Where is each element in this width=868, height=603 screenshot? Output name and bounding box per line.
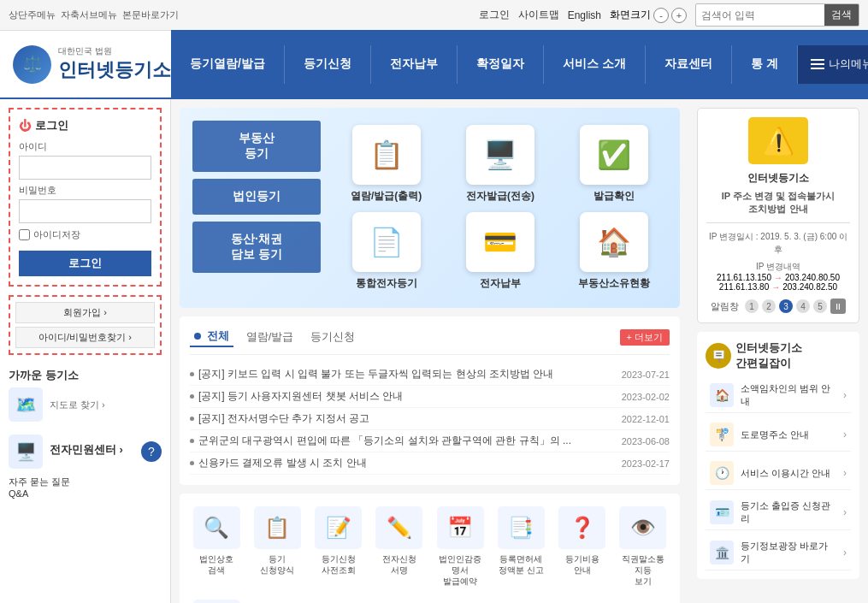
hero-icon-browse-box: 📋	[352, 125, 421, 185]
news-tab-browse[interactable]: 열람/발급	[242, 328, 298, 346]
font-increase-button[interactable]: +	[671, 8, 687, 23]
guide-title-text: 인터넷등기소 간편길잡이	[735, 340, 802, 371]
news-item-0: [공지] 키보드 입력 시 입력 불가 또는 두글자씩 입력되는 현상의 조치방…	[190, 364, 670, 386]
hero-icon-unified[interactable]: 📄 통합전자등기	[334, 212, 439, 291]
news-text-3[interactable]: 군위군의 대구광역시 편입에 따른 「등기소의 설치와 관할구역에 관한 규칙」…	[198, 434, 617, 448]
carousel-pause-button[interactable]: ⏸	[830, 299, 846, 314]
bottom-icon-seal-reserve[interactable]: 📅 법인인감증명서 발급예약	[432, 502, 488, 591]
hero-banner: 부동산 등기 법인등기 동산·채권 담보 등기 📋 열람/발급(출력) 🖥️ 전…	[180, 108, 680, 308]
near-title-text: 가까운 등기소	[9, 368, 79, 383]
news-text-0[interactable]: [공지] 키보드 입력 시 입력 불가 또는 두글자씩 입력되는 현상의 조치방…	[198, 367, 617, 381]
guide-icon-4: 🏛️	[710, 541, 734, 565]
password-input[interactable]	[19, 199, 151, 223]
my-menu-button[interactable]: 나의메뉴	[798, 45, 868, 84]
id-input[interactable]	[19, 156, 151, 180]
bottom-icon-corp-search[interactable]: 🔍 법인상호 검색	[188, 502, 245, 591]
login-link[interactable]: 로그인	[479, 8, 510, 22]
hero-icon-browse[interactable]: 📋 열람/발급(출력)	[334, 125, 439, 204]
main-nav: 등기열람/발급 등기신청 전자납부 확정일자 서비스 소개 자료센터 통 계 나…	[171, 30, 868, 98]
register-button[interactable]: 회원가입 ›	[15, 302, 155, 323]
hero-label-realestate[interactable]: 부동산 등기	[192, 121, 321, 172]
ip-from-1: 211.61.13.80	[719, 282, 769, 292]
nav-item-service[interactable]: 서비스 소개	[544, 45, 646, 84]
bottom-icon-notice[interactable]: 👁️ 직권말소통지등 보기	[615, 502, 671, 591]
hero-icon-payment[interactable]: 💳 전자납부	[447, 212, 552, 291]
search-box: 검색	[695, 3, 859, 27]
nav-item-data[interactable]: 자료센터	[646, 45, 732, 84]
near-office-section: 가까운 등기소 🗺️ 지도로 찾기 ›	[9, 368, 162, 422]
near-sub-text[interactable]: 지도로 찾기 ›	[50, 399, 105, 411]
map-area[interactable]: 🗺️ 지도로 찾기 ›	[9, 387, 162, 422]
sitemap-link[interactable]: 사이트맵	[518, 8, 559, 22]
news-tab-all[interactable]: 전체	[190, 327, 233, 347]
carousel-dot-1[interactable]: 1	[745, 299, 759, 313]
guide-items: 🏠 소액임차인의 범위 안내 › 🚏 도로명주소 안내 › 🕐 서비스 이용시간…	[706, 378, 851, 570]
nav-item-browse[interactable]: 등기열람/발급	[171, 45, 285, 84]
hero-icon-verify[interactable]: ✅ 발급확인	[562, 125, 667, 204]
search-input[interactable]	[696, 7, 824, 24]
hero-label-collateral[interactable]: 동산·채권 담보 등기	[192, 222, 321, 273]
top-link-content[interactable]: 본문바로가기	[122, 9, 179, 21]
news-text-1[interactable]: [공지] 등기 사용자지원센터 챗봇 서비스 안내	[198, 389, 617, 404]
hero-icon-ownership-box: 🏠	[580, 212, 648, 272]
form-icon: 📋	[254, 506, 301, 549]
guide-item-0[interactable]: 🏠 소액임차인의 범위 안내 ›	[706, 378, 851, 413]
news-item-2: [공지] 전자서명수단 추가 지정서 공고 2022-12-01	[190, 408, 670, 430]
guide-arrow-2: ›	[843, 467, 847, 479]
corp-search-label: 법인상호 검색	[199, 553, 233, 576]
hero-label-corporation[interactable]: 법인등기	[192, 179, 321, 215]
login-button[interactable]: 로그인	[19, 251, 151, 276]
guide-item-3[interactable]: 🪪 등기소 출입증 신청관리 ›	[706, 495, 851, 530]
bottom-icon-pre-inquiry[interactable]: 📝 등기신청 사전조회	[310, 502, 367, 591]
logo-area[interactable]: ⚖️ 대한민국 법원 인터넷등기소	[0, 45, 171, 84]
seal-reserve-label: 법인인감증명서 발급예약	[436, 553, 484, 587]
bottom-icon-tax-report[interactable]: 📑 등록면허세 정액분 신고	[493, 502, 549, 591]
search-button[interactable]: 검색	[824, 4, 859, 26]
pre-inquiry-label: 등기신청 사전조회	[322, 553, 356, 576]
ip-to-1: 203.240.82.50	[782, 282, 837, 292]
guide-icon-0: 🏠	[710, 383, 734, 407]
find-account-button[interactable]: 아이디/비밀번호찾기 ›	[15, 327, 155, 348]
bottom-icon-esign[interactable]: ✏️ 전자신청 서명	[371, 502, 428, 591]
nav-item-stats[interactable]: 통 계	[732, 45, 798, 84]
news-text-2[interactable]: [공지] 전자서명수단 추가 지정서 공고	[198, 411, 617, 426]
electronic-center[interactable]: 🖥️ 전자민원센터 › ?	[9, 435, 162, 469]
font-decrease-button[interactable]: -	[653, 8, 669, 23]
top-nav-links: 상단주메뉴 자축서브메뉴 본문바로가기	[9, 9, 179, 21]
guide-section: 🪧 인터넷등기소 간편길잡이 🏠 소액임차인의 범위 안내 › 🚏 도로명주소 …	[697, 332, 859, 579]
login-title-text: 로그인	[35, 118, 68, 133]
left-sidebar: ⏻ 로그인 아이디 비밀번호 아이디저장 로그인 회원가입 › 아이디/비밀번호…	[0, 99, 171, 603]
login-title: ⏻ 로그인	[19, 118, 151, 133]
bottom-icon-form[interactable]: 📋 등기 신청양식	[249, 502, 305, 591]
hero-icon-ownership[interactable]: 🏠 부동산소유현황	[562, 212, 667, 291]
nav-item-register[interactable]: 등기신청	[285, 45, 371, 84]
carousel-dot-5[interactable]: 5	[813, 299, 827, 313]
guide-title: 🪧 인터넷등기소 간편길잡이	[706, 340, 851, 371]
arrow-icon-1: →	[771, 282, 780, 292]
top-link-main-menu[interactable]: 상단주메뉴	[9, 9, 56, 21]
hero-icons-grid: 📋 열람/발급(출력) 🖥️ 전자발급(전송) ✅ 발급확인 📄 통합전자등기	[321, 121, 667, 295]
remember-checkbox[interactable]	[19, 229, 30, 240]
top-link-sub-menu[interactable]: 자축서브메뉴	[61, 9, 117, 21]
news-date-0: 2023-07-21	[622, 369, 670, 380]
carousel-dot-3[interactable]: 3	[779, 299, 793, 313]
carousel-dot-4[interactable]: 4	[796, 299, 810, 313]
guide-item-4[interactable]: 🏛️ 등기정보광장 바로가기 ›	[706, 535, 851, 570]
more-button[interactable]: + 더보기	[620, 329, 670, 346]
guide-item-1[interactable]: 🚏 도로명주소 안내 ›	[706, 418, 851, 452]
faq-sub[interactable]: Q&A	[9, 488, 28, 499]
faq-title: 자주 묻는 질문	[9, 476, 70, 487]
alert-subtitle: IP 주소 변경 및 접속불가시 조치방법 안내	[706, 190, 850, 216]
hero-icon-electronic-issue[interactable]: 🖥️ 전자발급(전송)	[447, 125, 552, 204]
news-tab-register[interactable]: 등기신청	[306, 328, 359, 346]
guide-item-2[interactable]: 🕐 서비스 이용시간 안내 ›	[706, 457, 851, 490]
nav-item-date[interactable]: 확정일자	[458, 45, 544, 84]
bottom-icon-cost-guide[interactable]: ❓ 등기비용 안내	[554, 502, 611, 591]
carousel-dot-2[interactable]: 2	[762, 299, 776, 313]
english-link[interactable]: English	[568, 9, 601, 21]
hero-icon-verify-box: ✅	[580, 125, 648, 185]
tax-report-label: 등록면허세 정액분 신고	[499, 553, 544, 576]
nav-item-payment[interactable]: 전자납부	[371, 45, 458, 84]
news-text-4[interactable]: 신용카드 결제오류 발생 시 조치 안내	[198, 456, 617, 470]
bottom-icon-card[interactable]: 💳 신용카드 매출전표 발행	[188, 595, 245, 603]
